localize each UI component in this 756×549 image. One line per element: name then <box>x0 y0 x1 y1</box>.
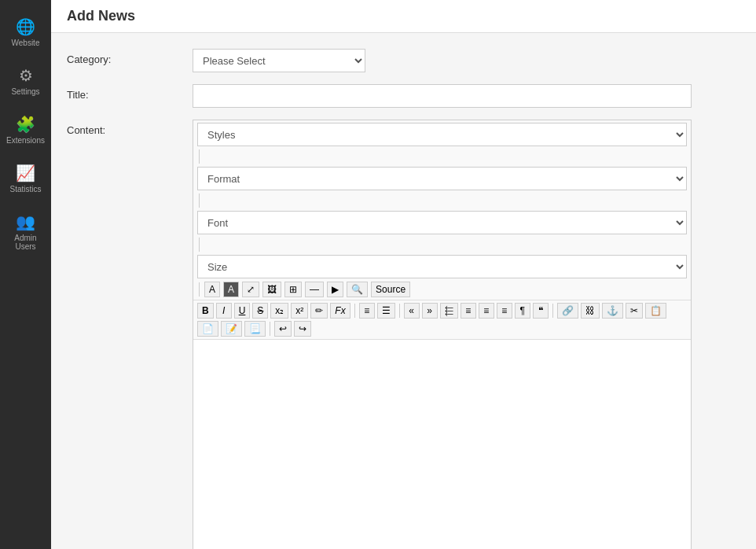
size-select[interactable]: Size <box>197 255 687 278</box>
settings-icon: ⚙ <box>19 66 33 85</box>
format-select[interactable]: Format <box>197 167 687 190</box>
separator <box>199 149 200 164</box>
separator <box>399 304 400 318</box>
align-left-btn[interactable]: ⬱ <box>440 303 458 319</box>
sidebar-item-website[interactable]: 🌐 Website <box>0 8 51 57</box>
editor-toolbar-row1: Styles Format Font Size <box>193 120 691 300</box>
statistics-icon: 📈 <box>16 164 35 182</box>
scissors-btn[interactable]: ✂ <box>626 303 643 319</box>
link-btn[interactable]: 🔗 <box>557 303 578 319</box>
superscript-btn[interactable]: x² <box>291 303 308 319</box>
rich-text-editor: Styles Format Font Size <box>193 120 692 549</box>
undo-btn[interactable]: ↩ <box>274 321 292 337</box>
subscript-btn[interactable]: x₂ <box>270 303 288 319</box>
image-btn[interactable]: 🖼 <box>262 282 281 297</box>
title-input[interactable] <box>193 84 692 108</box>
paragraph-btn[interactable]: ¶ <box>515 303 530 319</box>
category-row: Category: Please Select <box>67 49 740 72</box>
content-control: Styles Format Font Size <box>193 120 740 549</box>
bold-btn[interactable]: B <box>197 303 214 319</box>
blockquote-btn[interactable]: ❝ <box>533 303 549 319</box>
separator <box>270 322 270 336</box>
admin-users-icon: 👥 <box>16 212 35 231</box>
category-label: Category: <box>67 49 193 65</box>
paste-btn[interactable]: 📄 <box>197 321 218 337</box>
outdent-btn[interactable]: « <box>404 303 420 319</box>
title-row: Title: <box>67 84 740 108</box>
font-select[interactable]: Font <box>197 211 687 234</box>
separator <box>199 238 200 252</box>
hr-btn[interactable]: — <box>305 282 324 297</box>
category-control: Please Select <box>193 49 740 72</box>
unordered-list-btn[interactable]: ☰ <box>377 303 395 319</box>
strikethrough-btn[interactable]: S <box>252 303 268 319</box>
content-label: Content: <box>67 120 193 136</box>
category-select[interactable]: Please Select <box>193 49 365 72</box>
unlink-btn[interactable]: ⛓ <box>581 303 600 319</box>
sidebar-item-label: Admin Users <box>4 234 47 251</box>
editor-toolbar-row2: B I U S x₂ x² ✏ Fx ≡ ☰ « » ⬱ <box>193 300 691 340</box>
redo-btn[interactable]: ↪ <box>294 321 311 337</box>
title-control <box>193 84 740 108</box>
separator <box>199 282 200 297</box>
maximize-btn[interactable]: ⤢ <box>242 282 259 297</box>
align-right-btn[interactable]: ≡ <box>479 303 494 319</box>
font-color-btn[interactable]: A <box>204 282 220 297</box>
source-btn[interactable]: Source <box>371 282 410 297</box>
copy-btn[interactable]: 📋 <box>645 303 666 319</box>
clear-format-btn[interactable]: Fx <box>330 303 350 319</box>
extensions-icon: 🧩 <box>16 115 35 134</box>
sidebar-item-label: Extensions <box>6 136 45 145</box>
find-btn[interactable]: 🔍 <box>347 282 368 297</box>
sidebar-item-extensions[interactable]: 🧩 Extensions <box>0 105 51 154</box>
separator <box>199 193 200 208</box>
underline-btn[interactable]: U <box>234 303 251 319</box>
website-icon: 🌐 <box>16 17 35 36</box>
sidebar-item-label: Website <box>12 39 40 47</box>
separator <box>552 304 553 318</box>
align-justify-btn[interactable]: ≡ <box>497 303 512 319</box>
sidebar-item-settings[interactable]: ⚙ Settings <box>0 57 51 105</box>
ordered-list-btn[interactable]: ≡ <box>359 303 375 319</box>
sidebar-item-label: Statistics <box>9 185 41 193</box>
align-center-btn[interactable]: ≡ <box>461 303 476 319</box>
styles-select[interactable]: Styles <box>197 123 687 146</box>
sidebar-item-label: Settings <box>11 87 39 96</box>
sidebar-item-statistics[interactable]: 📈 Statistics <box>0 154 51 203</box>
bg-color-btn[interactable]: A <box>223 282 239 297</box>
paste-from-word-btn[interactable]: 📃 <box>244 321 266 337</box>
table-btn[interactable]: ⊞ <box>284 282 302 297</box>
italic-btn[interactable]: I <box>216 303 232 319</box>
content-row: Content: Styles Format Font <box>67 120 740 549</box>
anchor-btn[interactable]: ⚓ <box>602 303 623 319</box>
page-title: Add News <box>51 0 756 33</box>
editor-body[interactable] <box>193 340 691 549</box>
sidebar: 🌐 Website ⚙ Settings 🧩 Extensions 📈 Stat… <box>0 0 51 549</box>
sidebar-item-admin-users[interactable]: 👥 Admin Users <box>0 203 51 260</box>
form-container: Category: Please Select Title: Content: <box>51 33 756 549</box>
separator <box>354 304 355 318</box>
paste-text-btn[interactable]: 📝 <box>221 321 242 337</box>
main-content: Add News Category: Please Select Title: … <box>51 0 756 549</box>
indent-btn[interactable]: » <box>422 303 438 319</box>
title-label: Title: <box>67 84 193 101</box>
video-btn[interactable]: ▶ <box>327 282 343 297</box>
pencil-btn[interactable]: ✏ <box>310 303 328 319</box>
